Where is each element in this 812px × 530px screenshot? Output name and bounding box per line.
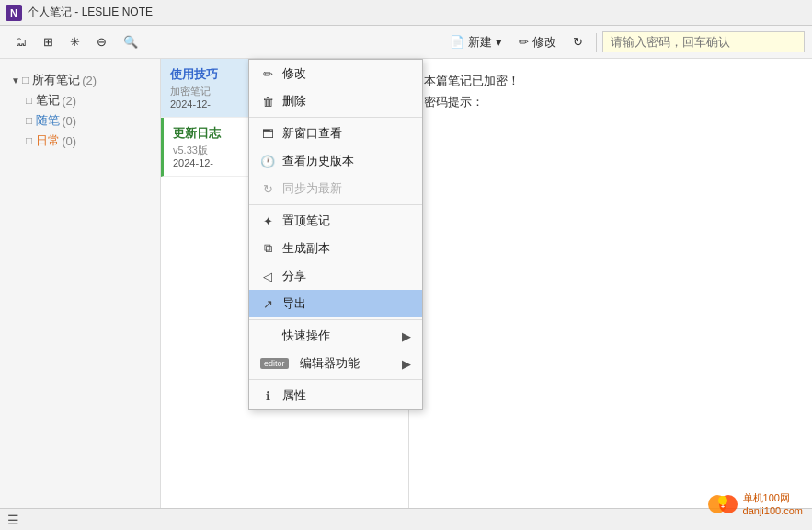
svg-text:+: + [721, 503, 725, 510]
cm-new-window-icon: 🗔 [260, 127, 275, 141]
new-arrow: ▾ [496, 35, 502, 49]
cm-edit-label: 修改 [282, 65, 306, 82]
cm-editor-label: 编辑器功能 [300, 355, 360, 372]
cm-copy-icon: ⧉ [260, 241, 275, 256]
new-icon: 📄 [450, 35, 464, 49]
cm-export-icon: ↗ [260, 297, 275, 311]
bottom-bar: ☰ [0, 508, 812, 530]
tree-item-notes[interactable]: □ 笔记 (2) [22, 90, 156, 110]
cm-editor-arrow: ▶ [402, 357, 411, 371]
cm-divider-4 [249, 379, 422, 380]
cm-share-label: 分享 [282, 268, 306, 284]
tree-label-suibi: 随笔 [36, 112, 60, 129]
folder-icon-notes: □ [26, 94, 32, 107]
cm-sync-icon: ↻ [260, 182, 275, 196]
edit-button[interactable]: ✏ 修改 [511, 30, 564, 54]
tree-item-suibi[interactable]: □ 随笔 (0) [22, 110, 156, 131]
tree-arrow: ▼ [11, 75, 20, 86]
encrypted-line2: 密码提示： [424, 91, 797, 112]
circle-minus-btn[interactable]: ⊖ [89, 31, 114, 52]
tree-children: □ 笔记 (2) □ 随笔 (0) □ 日常 (0) [22, 90, 156, 151]
folder-icon-suibi: □ [26, 114, 32, 127]
cm-share[interactable]: ◁ 分享 [249, 262, 422, 290]
grid-icon: ⊞ [43, 35, 53, 49]
encrypted-notice: 本篇笔记已加密！ 密码提示： [424, 70, 797, 113]
title-bar: N 个人笔记 - LESLIE NOTE [0, 0, 812, 26]
cm-export-label: 导出 [282, 295, 306, 312]
watermark: + 单机100网 danji100.com [706, 488, 803, 521]
watermark-logo: + [706, 488, 739, 521]
tree-item-richang[interactable]: □ 日常 (0) [22, 131, 156, 151]
sun-icon-btn[interactable]: ✳ [63, 31, 87, 52]
search-btn[interactable]: 🔍 [116, 31, 145, 52]
cm-share-icon: ◁ [260, 270, 275, 283]
cm-history-icon: 🕐 [260, 155, 275, 168]
folder-icon-btn[interactable]: 🗂 [7, 31, 34, 52]
cm-delete-label: 删除 [282, 93, 306, 109]
circle-minus-icon: ⊖ [97, 35, 107, 49]
cm-divider-1 [249, 117, 422, 118]
watermark-url: danji100.com [743, 504, 803, 517]
toolbar: 🗂 ⊞ ✳ ⊖ 🔍 📄 新建 ▾ ✏ 修改 ↻ [0, 26, 812, 59]
main-area: ▼ □ 所有笔记 (2) □ 笔记 (2) □ 随笔 (0) □ 日常 [0, 59, 812, 530]
context-menu: ✏ 修改 🗑 删除 🗔 新窗口查看 🕐 查看历史版本 ↻ 同步为最新 ✦ 置顶笔… [248, 59, 423, 410]
cm-sync-label: 同步为最新 [282, 180, 342, 197]
encrypted-line1: 本篇笔记已加密！ [424, 70, 797, 91]
tree-root[interactable]: ▼ □ 所有笔记 (2) [7, 70, 156, 90]
cm-new-window[interactable]: 🗔 新窗口查看 [249, 120, 422, 147]
cm-divider-3 [249, 319, 422, 320]
tree-count-notes: (2) [62, 94, 76, 108]
cm-editor[interactable]: editor 编辑器功能 ▶ [249, 350, 422, 377]
content-area: 本篇笔记已加密！ 密码提示： [409, 59, 812, 530]
cm-props-label: 属性 [282, 387, 306, 404]
cm-sync: ↻ 同步为最新 [249, 175, 422, 202]
cm-props[interactable]: ℹ 属性 [249, 382, 422, 409]
note-tree: ▼ □ 所有笔记 (2) □ 笔记 (2) □ 随笔 (0) □ 日常 [0, 66, 160, 155]
cm-history-label: 查看历史版本 [282, 153, 354, 169]
cm-quick-ops-label: 快速操作 [282, 328, 330, 344]
sidebar: ▼ □ 所有笔记 (2) □ 笔记 (2) □ 随笔 (0) □ 日常 [0, 59, 161, 530]
new-button[interactable]: 📄 新建 ▾ [442, 30, 509, 54]
app-title: 个人笔记 - LESLIE NOTE [28, 5, 153, 20]
cm-copy[interactable]: ⧉ 生成副本 [249, 235, 422, 262]
cm-props-icon: ℹ [260, 389, 275, 403]
grid-icon-btn[interactable]: ⊞ [36, 31, 61, 52]
cm-new-window-label: 新窗口查看 [282, 125, 342, 142]
cm-pin-label: 置顶笔记 [282, 213, 330, 229]
tree-label-richang: 日常 [36, 132, 60, 149]
cm-export[interactable]: ↗ 导出 [249, 290, 422, 317]
cm-quick-ops-arrow: ▶ [402, 329, 411, 343]
tree-count-suibi: (0) [62, 114, 76, 128]
tree-count-richang: (0) [62, 134, 76, 148]
folder-icon: □ [22, 74, 29, 86]
cm-copy-label: 生成副本 [282, 240, 330, 257]
watermark-site: 单机100网 [743, 491, 803, 504]
tree-root-count: (2) [82, 74, 97, 87]
cm-pin[interactable]: ✦ 置顶笔记 [249, 207, 422, 235]
new-label: 新建 [468, 34, 492, 51]
cm-pin-icon: ✦ [260, 214, 275, 228]
edit-label: 修改 [532, 34, 556, 51]
cm-delete-icon: 🗑 [260, 95, 275, 109]
watermark-text-block: 单机100网 danji100.com [743, 491, 803, 518]
sync-icon: ↻ [573, 35, 583, 49]
app-icon: N [6, 5, 22, 21]
tree-label-notes: 笔记 [36, 92, 60, 109]
sun-icon: ✳ [70, 35, 80, 49]
edit-icon: ✏ [519, 35, 529, 49]
cm-edit-icon: ✏ [260, 67, 275, 81]
folder-icon: 🗂 [15, 35, 27, 49]
sync-button[interactable]: ↻ [566, 31, 590, 52]
tree-root-label: 所有笔记 [32, 72, 80, 88]
toolbar-sep [596, 33, 597, 52]
cm-history[interactable]: 🕐 查看历史版本 [249, 147, 422, 175]
cm-edit[interactable]: ✏ 修改 [249, 60, 422, 87]
menu-icon[interactable]: ☰ [7, 513, 19, 527]
cm-divider-2 [249, 204, 422, 205]
cm-editor-badge: editor [260, 358, 289, 369]
cm-quick-ops[interactable]: 快速操作 ▶ [249, 322, 422, 350]
password-input[interactable] [602, 31, 805, 52]
folder-icon-richang: □ [26, 134, 32, 147]
search-icon: 🔍 [123, 35, 138, 49]
cm-delete[interactable]: 🗑 删除 [249, 87, 422, 115]
